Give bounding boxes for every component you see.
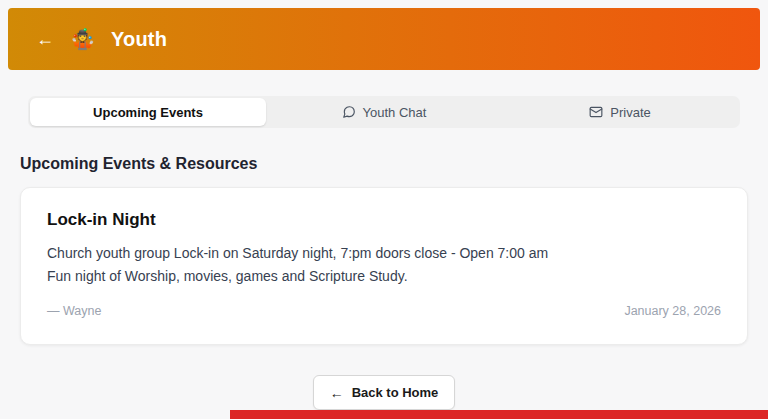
chat-bubble-icon [342,105,356,119]
event-description-line2: Fun night of Worship, movies, games and … [47,265,721,288]
tab-private-label: Private [610,105,650,120]
page-title: Youth [111,28,167,51]
event-description-line1: Church youth group Lock-in on Saturday n… [47,242,721,265]
section-title: Upcoming Events & Resources [20,155,748,173]
youth-emoji-icon: 🤹 [70,29,95,49]
tab-upcoming-events[interactable]: Upcoming Events [30,98,266,126]
back-arrow-icon: ← [330,386,344,400]
youth-page: ← 🤹 Youth Upcoming Events Youth Chat Pri… [0,8,768,410]
tab-private[interactable]: Private [502,98,738,126]
back-to-home-button[interactable]: ← Back to Home [313,375,456,410]
footer-actions: ← Back to Home [0,375,768,410]
tab-bar: Upcoming Events Youth Chat Private [28,96,740,128]
back-to-home-label: Back to Home [352,385,439,400]
event-card-footer: — Wayne January 28, 2026 [47,304,721,318]
back-arrow-icon[interactable]: ← [36,30,54,48]
mail-icon [589,105,603,119]
tab-youth-chat[interactable]: Youth Chat [266,98,502,126]
page-header: ← 🤹 Youth [8,8,760,70]
event-card: Lock-in Night Church youth group Lock-in… [20,187,748,345]
tab-upcoming-events-label: Upcoming Events [93,105,203,120]
event-date: January 28, 2026 [624,304,721,318]
event-title: Lock-in Night [47,210,721,230]
event-author: — Wayne [47,304,101,318]
tab-youth-chat-label: Youth Chat [363,105,427,120]
bottom-red-strip [230,410,768,419]
